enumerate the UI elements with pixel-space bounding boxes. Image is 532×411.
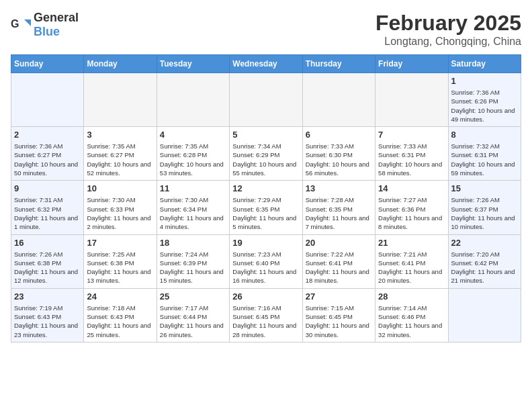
calendar-cell: 14Sunrise: 7:27 AMSunset: 6:36 PMDayligh… — [375, 181, 448, 234]
day-number: 4 — [160, 130, 226, 140]
calendar-cell: 15Sunrise: 7:26 AMSunset: 6:37 PMDayligh… — [448, 181, 521, 234]
day-info: Sunrise: 7:32 AMSunset: 6:31 PMDaylight:… — [451, 142, 518, 177]
calendar-cell: 2Sunrise: 7:36 AMSunset: 6:27 PMDaylight… — [11, 127, 84, 181]
day-number: 19 — [232, 238, 299, 248]
calendar-cell: 24Sunrise: 7:18 AMSunset: 6:43 PMDayligh… — [84, 288, 157, 342]
day-number: 15 — [451, 183, 518, 193]
calendar-cell: 4Sunrise: 7:35 AMSunset: 6:28 PMDaylight… — [157, 127, 229, 181]
calendar-cell: 3Sunrise: 7:35 AMSunset: 6:27 PMDaylight… — [84, 127, 157, 181]
calendar-cell: 20Sunrise: 7:22 AMSunset: 6:41 PMDayligh… — [302, 234, 375, 288]
calendar-week-1: 2Sunrise: 7:36 AMSunset: 6:27 PMDaylight… — [11, 127, 521, 181]
day-number: 18 — [160, 238, 226, 248]
day-info: Sunrise: 7:33 AMSunset: 6:30 PMDaylight:… — [306, 142, 372, 177]
day-number: 9 — [14, 183, 81, 193]
calendar-cell: 22Sunrise: 7:20 AMSunset: 6:42 PMDayligh… — [448, 234, 521, 288]
logo-icon: G — [11, 17, 31, 33]
day-info: Sunrise: 7:36 AMSunset: 6:27 PMDaylight:… — [14, 142, 81, 177]
weekday-header-saturday: Saturday — [448, 55, 521, 73]
day-info: Sunrise: 7:24 AMSunset: 6:39 PMDaylight:… — [160, 250, 226, 285]
day-info: Sunrise: 7:22 AMSunset: 6:41 PMDaylight:… — [306, 250, 372, 285]
day-number: 14 — [378, 183, 445, 193]
calendar-cell: 13Sunrise: 7:28 AMSunset: 6:35 PMDayligh… — [302, 181, 375, 234]
day-number: 28 — [378, 291, 445, 302]
calendar-header: SundayMondayTuesdayWednesdayThursdayFrid… — [11, 55, 521, 73]
calendar-cell: 17Sunrise: 7:25 AMSunset: 6:38 PMDayligh… — [84, 234, 157, 288]
day-info: Sunrise: 7:30 AMSunset: 6:33 PMDaylight:… — [87, 195, 153, 231]
weekday-header-wednesday: Wednesday — [230, 55, 302, 73]
day-info: Sunrise: 7:28 AMSunset: 6:35 PMDaylight:… — [306, 195, 372, 231]
logo-blue: Blue — [34, 25, 60, 38]
day-info: Sunrise: 7:30 AMSunset: 6:34 PMDaylight:… — [160, 195, 226, 231]
weekday-header-thursday: Thursday — [302, 55, 375, 73]
day-number: 10 — [87, 183, 153, 193]
calendar-cell: 1Sunrise: 7:36 AMSunset: 6:26 PMDaylight… — [448, 73, 521, 127]
day-number: 1 — [451, 76, 518, 86]
day-info: Sunrise: 7:26 AMSunset: 6:37 PMDaylight:… — [451, 195, 518, 231]
page-header: G General Blue February 2025 Longtang, C… — [11, 11, 521, 48]
calendar-subtitle: Longtang, Chongqing, China — [375, 36, 521, 48]
calendar-cell — [11, 73, 84, 127]
day-info: Sunrise: 7:29 AMSunset: 6:35 PMDaylight:… — [232, 195, 299, 231]
calendar-cell: 27Sunrise: 7:15 AMSunset: 6:45 PMDayligh… — [302, 288, 375, 342]
calendar-cell: 18Sunrise: 7:24 AMSunset: 6:39 PMDayligh… — [157, 234, 229, 288]
day-info: Sunrise: 7:21 AMSunset: 6:41 PMDaylight:… — [378, 250, 445, 285]
calendar-week-3: 16Sunrise: 7:26 AMSunset: 6:38 PMDayligh… — [11, 234, 521, 288]
day-number: 25 — [160, 291, 226, 302]
day-info: Sunrise: 7:35 AMSunset: 6:27 PMDaylight:… — [87, 142, 153, 177]
calendar-cell: 26Sunrise: 7:16 AMSunset: 6:45 PMDayligh… — [230, 288, 302, 342]
calendar-week-2: 9Sunrise: 7:31 AMSunset: 6:32 PMDaylight… — [11, 181, 521, 234]
day-number: 26 — [232, 291, 299, 302]
svg-marker-1 — [24, 19, 31, 26]
calendar-cell: 23Sunrise: 7:19 AMSunset: 6:43 PMDayligh… — [11, 288, 84, 342]
day-info: Sunrise: 7:23 AMSunset: 6:40 PMDaylight:… — [232, 250, 299, 285]
day-info: Sunrise: 7:27 AMSunset: 6:36 PMDaylight:… — [378, 195, 445, 231]
day-number: 16 — [14, 238, 81, 248]
day-number: 7 — [378, 130, 445, 140]
weekday-header-sunday: Sunday — [11, 55, 84, 73]
calendar-cell: 6Sunrise: 7:33 AMSunset: 6:30 PMDaylight… — [302, 127, 375, 181]
day-info: Sunrise: 7:34 AMSunset: 6:29 PMDaylight:… — [232, 142, 299, 177]
day-number: 11 — [160, 183, 226, 193]
calendar-title: February 2025 — [375, 11, 521, 36]
calendar-cell — [84, 73, 157, 127]
day-info: Sunrise: 7:17 AMSunset: 6:44 PMDaylight:… — [160, 304, 226, 339]
calendar-cell: 21Sunrise: 7:21 AMSunset: 6:41 PMDayligh… — [375, 234, 448, 288]
calendar-cell: 16Sunrise: 7:26 AMSunset: 6:38 PMDayligh… — [11, 234, 84, 288]
calendar-cell — [157, 73, 229, 127]
calendar-cell: 5Sunrise: 7:34 AMSunset: 6:29 PMDaylight… — [230, 127, 302, 181]
day-info: Sunrise: 7:20 AMSunset: 6:42 PMDaylight:… — [451, 250, 518, 285]
calendar-cell — [302, 73, 375, 127]
calendar-cell: 8Sunrise: 7:32 AMSunset: 6:31 PMDaylight… — [448, 127, 521, 181]
calendar-cell: 7Sunrise: 7:33 AMSunset: 6:31 PMDaylight… — [375, 127, 448, 181]
day-number: 3 — [87, 130, 153, 140]
day-number: 23 — [14, 291, 81, 302]
day-number: 2 — [14, 130, 81, 140]
calendar-cell: 19Sunrise: 7:23 AMSunset: 6:40 PMDayligh… — [230, 234, 302, 288]
day-info: Sunrise: 7:14 AMSunset: 6:46 PMDaylight:… — [378, 304, 445, 339]
day-number: 13 — [306, 183, 372, 193]
weekday-header-monday: Monday — [84, 55, 157, 73]
day-number: 27 — [306, 291, 372, 302]
logo-general: General — [34, 11, 79, 24]
title-block: February 2025 Longtang, Chongqing, China — [375, 11, 521, 48]
calendar-cell: 11Sunrise: 7:30 AMSunset: 6:34 PMDayligh… — [157, 181, 229, 234]
day-number: 17 — [87, 238, 153, 248]
day-info: Sunrise: 7:16 AMSunset: 6:45 PMDaylight:… — [232, 304, 299, 339]
logo: G General Blue — [11, 11, 79, 39]
calendar-week-4: 23Sunrise: 7:19 AMSunset: 6:43 PMDayligh… — [11, 288, 521, 342]
calendar-week-0: 1Sunrise: 7:36 AMSunset: 6:26 PMDaylight… — [11, 73, 521, 127]
calendar-cell: 10Sunrise: 7:30 AMSunset: 6:33 PMDayligh… — [84, 181, 157, 234]
day-info: Sunrise: 7:15 AMSunset: 6:45 PMDaylight:… — [306, 304, 372, 339]
calendar-cell: 25Sunrise: 7:17 AMSunset: 6:44 PMDayligh… — [157, 288, 229, 342]
day-number: 12 — [232, 183, 299, 193]
day-info: Sunrise: 7:26 AMSunset: 6:38 PMDaylight:… — [14, 250, 81, 285]
day-number: 8 — [451, 130, 518, 140]
day-info: Sunrise: 7:18 AMSunset: 6:43 PMDaylight:… — [87, 304, 153, 339]
day-info: Sunrise: 7:36 AMSunset: 6:26 PMDaylight:… — [451, 88, 518, 124]
weekday-header-friday: Friday — [375, 55, 448, 73]
day-number: 24 — [87, 291, 153, 302]
calendar-cell: 28Sunrise: 7:14 AMSunset: 6:46 PMDayligh… — [375, 288, 448, 342]
day-info: Sunrise: 7:35 AMSunset: 6:28 PMDaylight:… — [160, 142, 226, 177]
calendar-table: SundayMondayTuesdayWednesdayThursdayFrid… — [11, 54, 521, 342]
day-info: Sunrise: 7:31 AMSunset: 6:32 PMDaylight:… — [14, 195, 81, 231]
